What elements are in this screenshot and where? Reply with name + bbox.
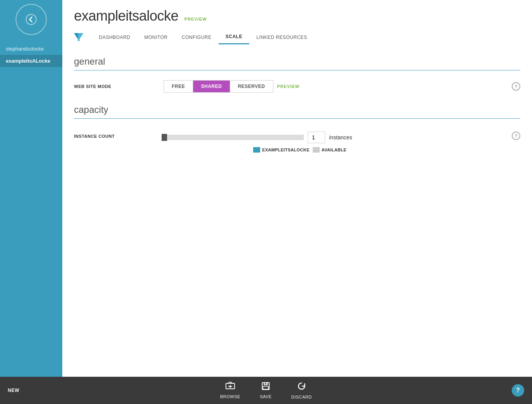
legend-item-available: AVAILABLE bbox=[313, 147, 347, 153]
web-site-mode-label: WEB SITE MODE bbox=[74, 84, 164, 89]
save-button[interactable]: SAVE bbox=[250, 379, 282, 402]
save-label: SAVE bbox=[260, 394, 272, 399]
tab-scale[interactable]: SCALE bbox=[218, 30, 249, 44]
main-content: exampleitsalocke PREVIEW DASHBOARD MONIT… bbox=[62, 0, 532, 404]
mode-button-group: FREE SHARED RESERVED bbox=[164, 80, 273, 93]
browse-label: BROWSE bbox=[220, 394, 240, 399]
legend-label-resource: EXAMPLEITSALOCKE bbox=[262, 148, 310, 152]
mode-preview-badge: PREVIEW bbox=[277, 84, 300, 89]
nav-tabs: DASHBOARD MONITOR CONFIGURE SCALE LINKED… bbox=[74, 30, 520, 44]
browse-button[interactable]: BROWSE bbox=[210, 379, 250, 402]
instance-count-row: INSTANCE COUNT instances EXAMPLEITS bbox=[74, 128, 520, 153]
slider-container: instances bbox=[164, 132, 352, 143]
instances-label: instances bbox=[329, 134, 352, 141]
header: exampleitsalocke PREVIEW DASHBOARD MONIT… bbox=[62, 0, 532, 44]
save-icon bbox=[261, 382, 270, 393]
browse-icon bbox=[225, 382, 235, 393]
svg-rect-7 bbox=[265, 383, 266, 385]
capacity-divider bbox=[74, 118, 520, 119]
web-site-mode-row: WEB SITE MODE FREE SHARED RESERVED PREVI… bbox=[74, 80, 520, 93]
general-divider bbox=[74, 70, 520, 70]
new-label: NEW bbox=[8, 388, 19, 393]
tab-monitor[interactable]: MONITOR bbox=[137, 31, 175, 44]
sidebar-resource[interactable]: exampleItsALocke bbox=[0, 55, 62, 67]
general-section: general WEB SITE MODE FREE SHARED RESERV… bbox=[74, 56, 520, 93]
legend-label-available: AVAILABLE bbox=[322, 148, 347, 152]
page-title: exampleitsalocke bbox=[74, 8, 178, 24]
content-area: general WEB SITE MODE FREE SHARED RESERV… bbox=[62, 44, 532, 377]
mode-btn-free[interactable]: FREE bbox=[164, 81, 193, 92]
tab-configure[interactable]: CONFIGURE bbox=[174, 31, 218, 44]
instance-count-input[interactable] bbox=[308, 132, 325, 143]
discard-icon bbox=[297, 381, 306, 393]
tab-linked-resources[interactable]: LINKED RESOURCES bbox=[249, 31, 314, 44]
sidebar: stephandozlocke exampleItsALocke bbox=[0, 0, 62, 404]
legend-color-blue bbox=[253, 147, 260, 153]
instance-count-help-icon[interactable]: ? bbox=[512, 132, 520, 140]
capacity-section: capacity INSTANCE COUNT instances bbox=[74, 104, 520, 153]
bottom-bar: NEW BROWSE SAVE bbox=[0, 377, 532, 404]
web-site-mode-help-icon[interactable]: ? bbox=[512, 82, 520, 91]
discard-label: DISCARD bbox=[291, 395, 312, 399]
discard-button[interactable]: DISCARD bbox=[282, 378, 322, 402]
instance-legend: EXAMPLEITSALOCKE AVAILABLE bbox=[253, 147, 352, 153]
legend-item-resource: EXAMPLEITSALOCKE bbox=[253, 147, 310, 153]
mode-btn-shared[interactable]: SHARED bbox=[193, 81, 230, 92]
azure-nav-icon bbox=[74, 33, 88, 42]
mode-btn-reserved[interactable]: RESERVED bbox=[230, 81, 273, 92]
instance-count-label: INSTANCE COUNT bbox=[74, 132, 164, 139]
general-section-title: general bbox=[74, 56, 520, 67]
svg-rect-6 bbox=[263, 386, 268, 389]
legend-color-gray bbox=[313, 147, 320, 153]
header-preview-badge: PREVIEW bbox=[184, 17, 207, 21]
web-site-mode-control: FREE SHARED RESERVED PREVIEW bbox=[164, 80, 512, 93]
slider-thumb[interactable] bbox=[162, 134, 167, 141]
title-row: exampleitsalocke PREVIEW bbox=[74, 8, 520, 24]
tab-dashboard[interactable]: DASHBOARD bbox=[92, 31, 137, 44]
slider-track[interactable] bbox=[164, 135, 304, 140]
bottom-actions: BROWSE SAVE DISCARD bbox=[210, 378, 321, 402]
back-button[interactable] bbox=[16, 4, 47, 35]
capacity-section-title: capacity bbox=[74, 104, 520, 115]
svg-point-0 bbox=[26, 14, 36, 25]
sidebar-user: stephandozlocke bbox=[0, 43, 62, 55]
global-help-button[interactable]: ? bbox=[512, 384, 524, 397]
instance-count-control: instances EXAMPLEITSALOCKE AVAILABLE bbox=[164, 132, 352, 153]
